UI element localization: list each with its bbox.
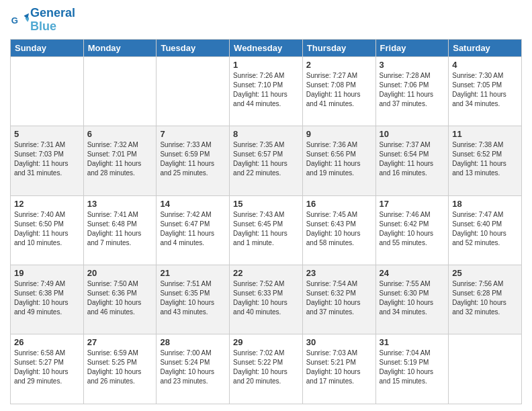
day-number: 21 bbox=[160, 268, 226, 278]
day-cell: 25Sunrise: 7:56 AM Sunset: 6:28 PM Dayli… bbox=[449, 265, 522, 334]
day-cell: 3Sunrise: 7:28 AM Sunset: 7:06 PM Daylig… bbox=[375, 56, 449, 126]
weekday-friday: Friday bbox=[375, 39, 449, 56]
day-info: Sunrise: 7:46 AM Sunset: 6:42 PM Dayligh… bbox=[380, 210, 445, 248]
logo-icon: G bbox=[10, 11, 29, 30]
day-number: 30 bbox=[306, 337, 372, 347]
day-cell: 4Sunrise: 7:30 AM Sunset: 7:05 PM Daylig… bbox=[449, 56, 522, 126]
day-number: 18 bbox=[452, 199, 518, 209]
day-info: Sunrise: 7:42 AM Sunset: 6:47 PM Dayligh… bbox=[160, 210, 226, 248]
day-cell: 26Sunrise: 6:58 AM Sunset: 5:27 PM Dayli… bbox=[11, 334, 84, 404]
day-info: Sunrise: 7:02 AM Sunset: 5:22 PM Dayligh… bbox=[233, 349, 299, 386]
day-cell bbox=[83, 56, 157, 126]
day-number: 12 bbox=[14, 199, 80, 209]
day-cell bbox=[11, 56, 84, 126]
day-cell: 12Sunrise: 7:40 AM Sunset: 6:50 PM Dayli… bbox=[11, 195, 84, 265]
day-cell: 2Sunrise: 7:27 AM Sunset: 7:08 PM Daylig… bbox=[302, 56, 375, 126]
day-cell: 31Sunrise: 7:04 AM Sunset: 5:19 PM Dayli… bbox=[375, 334, 449, 404]
svg-text:G: G bbox=[11, 15, 18, 25]
day-info: Sunrise: 7:45 AM Sunset: 6:43 PM Dayligh… bbox=[306, 210, 372, 248]
day-cell: 5Sunrise: 7:31 AM Sunset: 7:03 PM Daylig… bbox=[11, 126, 84, 195]
day-info: Sunrise: 7:37 AM Sunset: 6:54 PM Dayligh… bbox=[380, 140, 445, 178]
day-info: Sunrise: 7:27 AM Sunset: 7:08 PM Dayligh… bbox=[306, 71, 372, 109]
day-number: 4 bbox=[452, 60, 518, 70]
day-cell: 21Sunrise: 7:51 AM Sunset: 6:35 PM Dayli… bbox=[157, 265, 230, 334]
day-cell: 6Sunrise: 7:32 AM Sunset: 7:01 PM Daylig… bbox=[83, 126, 157, 195]
logo-text: General Blue bbox=[30, 7, 75, 34]
day-info: Sunrise: 7:26 AM Sunset: 7:10 PM Dayligh… bbox=[233, 71, 299, 109]
day-number: 1 bbox=[233, 60, 299, 70]
week-row-2: 5Sunrise: 7:31 AM Sunset: 7:03 PM Daylig… bbox=[11, 126, 522, 195]
day-info: Sunrise: 7:03 AM Sunset: 5:21 PM Dayligh… bbox=[306, 349, 372, 386]
day-info: Sunrise: 7:31 AM Sunset: 7:03 PM Dayligh… bbox=[14, 140, 80, 178]
week-row-5: 26Sunrise: 6:58 AM Sunset: 5:27 PM Dayli… bbox=[11, 334, 522, 404]
day-number: 27 bbox=[87, 337, 153, 347]
day-cell: 10Sunrise: 7:37 AM Sunset: 6:54 PM Dayli… bbox=[375, 126, 449, 195]
day-number: 7 bbox=[160, 129, 226, 139]
day-cell: 23Sunrise: 7:54 AM Sunset: 6:32 PM Dayli… bbox=[302, 265, 375, 334]
week-row-4: 19Sunrise: 7:49 AM Sunset: 6:38 PM Dayli… bbox=[11, 265, 522, 334]
day-cell: 30Sunrise: 7:03 AM Sunset: 5:21 PM Dayli… bbox=[302, 334, 375, 404]
day-info: Sunrise: 7:43 AM Sunset: 6:45 PM Dayligh… bbox=[233, 210, 299, 248]
day-cell: 15Sunrise: 7:43 AM Sunset: 6:45 PM Dayli… bbox=[230, 195, 303, 265]
weekday-monday: Monday bbox=[83, 39, 157, 56]
day-number: 22 bbox=[233, 268, 299, 278]
day-cell: 28Sunrise: 7:00 AM Sunset: 5:24 PM Dayli… bbox=[157, 334, 230, 404]
week-row-3: 12Sunrise: 7:40 AM Sunset: 6:50 PM Dayli… bbox=[11, 195, 522, 265]
day-number: 2 bbox=[306, 60, 372, 70]
day-cell bbox=[449, 334, 522, 404]
day-number: 8 bbox=[233, 129, 299, 139]
day-cell bbox=[157, 56, 230, 126]
day-info: Sunrise: 7:51 AM Sunset: 6:35 PM Dayligh… bbox=[160, 279, 226, 317]
day-cell: 9Sunrise: 7:36 AM Sunset: 6:56 PM Daylig… bbox=[302, 126, 375, 195]
weekday-thursday: Thursday bbox=[302, 39, 375, 56]
day-cell: 29Sunrise: 7:02 AM Sunset: 5:22 PM Dayli… bbox=[230, 334, 303, 404]
day-info: Sunrise: 6:59 AM Sunset: 5:25 PM Dayligh… bbox=[87, 349, 153, 386]
day-number: 23 bbox=[306, 268, 372, 278]
day-number: 17 bbox=[380, 199, 445, 209]
day-cell: 24Sunrise: 7:55 AM Sunset: 6:30 PM Dayli… bbox=[375, 265, 449, 334]
day-number: 24 bbox=[380, 268, 445, 278]
day-number: 20 bbox=[87, 268, 153, 278]
day-number: 31 bbox=[380, 337, 445, 347]
day-cell: 16Sunrise: 7:45 AM Sunset: 6:43 PM Dayli… bbox=[302, 195, 375, 265]
day-info: Sunrise: 7:33 AM Sunset: 6:59 PM Dayligh… bbox=[160, 140, 226, 178]
calendar-body: 1Sunrise: 7:26 AM Sunset: 7:10 PM Daylig… bbox=[11, 56, 522, 404]
day-cell: 11Sunrise: 7:38 AM Sunset: 6:52 PM Dayli… bbox=[449, 126, 522, 195]
day-number: 19 bbox=[14, 268, 80, 278]
week-row-1: 1Sunrise: 7:26 AM Sunset: 7:10 PM Daylig… bbox=[11, 56, 522, 126]
weekday-wednesday: Wednesday bbox=[230, 39, 303, 56]
day-number: 25 bbox=[452, 268, 518, 278]
day-info: Sunrise: 7:36 AM Sunset: 6:56 PM Dayligh… bbox=[306, 140, 372, 178]
day-info: Sunrise: 6:58 AM Sunset: 5:27 PM Dayligh… bbox=[14, 349, 80, 386]
day-number: 26 bbox=[14, 337, 80, 347]
day-number: 3 bbox=[380, 60, 445, 70]
day-number: 28 bbox=[160, 337, 226, 347]
day-cell: 27Sunrise: 6:59 AM Sunset: 5:25 PM Dayli… bbox=[83, 334, 157, 404]
day-number: 15 bbox=[233, 199, 299, 209]
day-info: Sunrise: 7:35 AM Sunset: 6:57 PM Dayligh… bbox=[233, 140, 299, 178]
day-info: Sunrise: 7:40 AM Sunset: 6:50 PM Dayligh… bbox=[14, 210, 80, 248]
day-number: 16 bbox=[306, 199, 372, 209]
day-info: Sunrise: 7:49 AM Sunset: 6:38 PM Dayligh… bbox=[14, 279, 80, 317]
day-cell: 18Sunrise: 7:47 AM Sunset: 6:40 PM Dayli… bbox=[449, 195, 522, 265]
day-number: 14 bbox=[160, 199, 226, 209]
day-info: Sunrise: 7:28 AM Sunset: 7:06 PM Dayligh… bbox=[380, 71, 445, 109]
day-cell: 8Sunrise: 7:35 AM Sunset: 6:57 PM Daylig… bbox=[230, 126, 303, 195]
day-info: Sunrise: 7:56 AM Sunset: 6:28 PM Dayligh… bbox=[452, 279, 518, 317]
day-cell: 19Sunrise: 7:49 AM Sunset: 6:38 PM Dayli… bbox=[11, 265, 84, 334]
day-cell: 13Sunrise: 7:41 AM Sunset: 6:48 PM Dayli… bbox=[83, 195, 157, 265]
day-cell: 1Sunrise: 7:26 AM Sunset: 7:10 PM Daylig… bbox=[230, 56, 303, 126]
day-info: Sunrise: 7:41 AM Sunset: 6:48 PM Dayligh… bbox=[87, 210, 153, 248]
day-info: Sunrise: 7:55 AM Sunset: 6:30 PM Dayligh… bbox=[380, 279, 445, 317]
day-info: Sunrise: 7:54 AM Sunset: 6:32 PM Dayligh… bbox=[306, 279, 372, 317]
day-number: 13 bbox=[87, 199, 153, 209]
day-cell: 14Sunrise: 7:42 AM Sunset: 6:47 PM Dayli… bbox=[157, 195, 230, 265]
day-info: Sunrise: 7:30 AM Sunset: 7:05 PM Dayligh… bbox=[452, 71, 518, 109]
day-cell: 20Sunrise: 7:50 AM Sunset: 6:36 PM Dayli… bbox=[83, 265, 157, 334]
day-info: Sunrise: 7:00 AM Sunset: 5:24 PM Dayligh… bbox=[160, 349, 226, 386]
day-cell: 17Sunrise: 7:46 AM Sunset: 6:42 PM Dayli… bbox=[375, 195, 449, 265]
day-info: Sunrise: 7:47 AM Sunset: 6:40 PM Dayligh… bbox=[452, 210, 518, 248]
day-number: 9 bbox=[306, 129, 372, 139]
day-number: 10 bbox=[380, 129, 445, 139]
weekday-header-row: SundayMondayTuesdayWednesdayThursdayFrid… bbox=[11, 39, 522, 56]
